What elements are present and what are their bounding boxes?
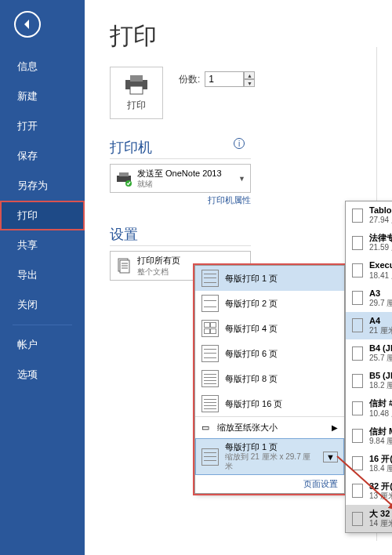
svg-rect-2 <box>130 86 143 94</box>
nav-share[interactable]: 共享 <box>0 230 85 260</box>
paper-A4[interactable]: A421 厘米 x 29.7 厘米 <box>346 312 392 339</box>
print-button[interactable]: 打印 <box>110 67 163 119</box>
pps-2[interactable]: 每版打印 2 页 <box>195 291 344 316</box>
settings-heading: 设置 <box>110 225 251 246</box>
page-icon: ▭ <box>201 423 212 433</box>
paper--32-14-x-20-3-[interactable]: 大 32 开(14 x 20.3 厘米)14 厘米 x 20.3 厘米 <box>346 505 392 532</box>
current-pps[interactable]: 每版打印 1 页 缩放到 21 厘米 x 29.7 厘米 ▼ <box>195 438 344 475</box>
nav-close[interactable]: 关闭 <box>0 290 85 320</box>
document-icon <box>115 258 132 274</box>
paper--[interactable]: 法律专用纸21.59 厘米 x 35.56 厘米 <box>346 229 392 256</box>
nav-export[interactable]: 导出 <box>0 260 85 290</box>
pages-per-sheet-menu: 每版打印 1 页 每版打印 2 页 每版打印 4 页 每版打印 6 页 每版打印… <box>194 265 345 494</box>
nav-saveas[interactable]: 另存为 <box>0 171 85 201</box>
page-title: 打印 <box>110 20 379 53</box>
page-setup-link[interactable]: 页面设置 <box>195 477 344 493</box>
pps-4[interactable]: 每版打印 4 页 <box>195 316 344 341</box>
paper--10[interactable]: 信封 #1010.48 厘米 x 24.13 厘米 <box>346 394 392 422</box>
paper-16-18-4-x-26-[interactable]: 16 开(18.4 x 26 厘米)18.4 厘米 x 26 厘米 <box>346 450 392 477</box>
copies-label: 份数: <box>179 73 200 86</box>
printer-dropdown[interactable]: 发送至 OneNote 2013 就绪 ▼ <box>110 164 251 193</box>
printer-heading: 打印机 i <box>110 138 251 159</box>
page-icon <box>352 346 363 361</box>
print-panel: 打印 打印 份数: ▲ ▼ 打印机 i 发送至 OneNote <box>85 0 392 555</box>
nav-print[interactable]: 打印 <box>0 201 85 230</box>
paper-B5-JIS-[interactable]: B5 (JIS)18.2 厘米 x 25.7 厘米 <box>346 367 392 394</box>
page-icon <box>352 401 363 415</box>
page-icon <box>352 512 363 526</box>
page-icon <box>352 374 363 388</box>
paper-B4-JIS-[interactable]: B4 (JIS)25.7 厘米 x 36.4 厘米 <box>346 339 392 367</box>
chevron-down-icon: ▼ <box>238 175 245 183</box>
printer-icon <box>123 74 150 96</box>
pps-6[interactable]: 每版打印 6 页 <box>195 341 344 366</box>
svg-rect-1 <box>130 75 143 82</box>
page-icon <box>352 236 363 250</box>
page-icon <box>352 209 363 223</box>
printer-properties-link[interactable]: 打印机属性 <box>110 194 251 206</box>
chevron-down-icon: ▼ <box>323 452 338 462</box>
nav-options[interactable]: 选项 <box>0 360 85 390</box>
chevron-right-icon: ▶ <box>332 423 338 432</box>
pps-8[interactable]: 每版打印 8 页 <box>195 366 344 391</box>
copies-down[interactable]: ▼ <box>244 79 255 87</box>
nav-new[interactable]: 新建 <box>0 82 85 111</box>
page-icon <box>352 263 363 278</box>
nav-account[interactable]: 帐户 <box>0 330 85 360</box>
svg-rect-4 <box>119 172 129 176</box>
page-icon <box>352 318 363 332</box>
page-icon <box>352 429 363 443</box>
sidebar-separator <box>13 325 72 325</box>
backstage-sidebar: 信息 新建 打开 保存 另存为 打印 共享 导出 关闭 帐户 选项 <box>0 0 85 555</box>
paper-A3[interactable]: A329.7 厘米 x 42 厘米 <box>346 285 392 312</box>
paper--Monarch[interactable]: 信封 Monarch9.84 厘米 x 19.05 厘米 <box>346 423 392 450</box>
printer-name: 发送至 OneNote 2013 <box>137 168 238 179</box>
paper-size-menu: Tabloid27.94 厘米 x 43.18 厘米法律专用纸21.59 厘米 … <box>345 201 392 533</box>
page-icon <box>352 291 363 305</box>
printer-status: 就绪 <box>137 179 238 189</box>
print-button-label: 打印 <box>127 99 146 112</box>
back-arrow-icon <box>21 18 34 31</box>
copies-up[interactable]: ▲ <box>244 71 255 79</box>
paper-Executive[interactable]: Executive18.41 厘米 x 26.67 厘米 <box>346 256 392 284</box>
pps-1[interactable]: 每版打印 1 页 <box>195 266 344 291</box>
info-icon[interactable]: i <box>234 138 245 149</box>
scale-to-paper-flyout[interactable]: ▭ 缩放至纸张大小 ▶ <box>195 416 344 438</box>
nav-open[interactable]: 打开 <box>0 111 85 141</box>
pps-16[interactable]: 每版打印 16 页 <box>195 391 344 416</box>
nav-info[interactable]: 信息 <box>0 52 85 82</box>
paper-Tabloid[interactable]: Tabloid27.94 厘米 x 43.18 厘米 <box>346 201 392 229</box>
page-icon <box>352 484 363 498</box>
copies-input[interactable] <box>205 71 244 87</box>
paper-32-13-x-18-4-[interactable]: 32 开(13 x 18.4 厘米)13 厘米 x 13.4 厘米 <box>346 477 392 505</box>
page-icon <box>352 456 363 470</box>
printer-status-icon <box>115 171 132 187</box>
back-button[interactable] <box>14 11 41 38</box>
nav-save[interactable]: 保存 <box>0 141 85 171</box>
svg-rect-7 <box>120 260 129 273</box>
